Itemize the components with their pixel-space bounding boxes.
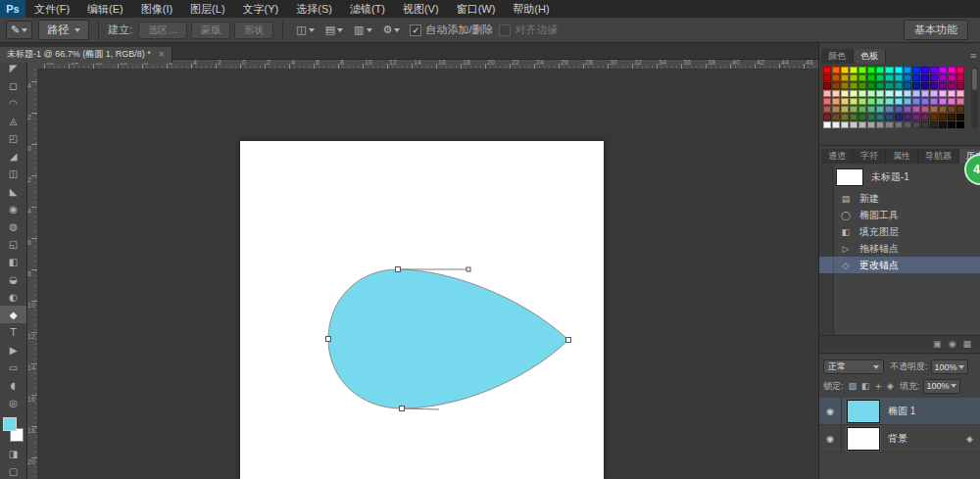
color-swatch[interactable] (939, 98, 947, 105)
color-swatch[interactable] (956, 90, 964, 97)
menu-item[interactable]: 滤镜(T) (341, 0, 394, 18)
color-swatch[interactable] (823, 98, 831, 105)
color-swatch[interactable] (895, 114, 903, 120)
color-swatch[interactable] (939, 121, 947, 128)
blur-tool[interactable]: ◒ (0, 270, 26, 288)
color-swatch[interactable] (885, 121, 893, 128)
color-swatch[interactable] (841, 114, 849, 120)
shape-tool[interactable]: ▭ (0, 359, 26, 376)
color-swatch[interactable] (921, 114, 929, 120)
close-icon[interactable]: × (159, 50, 165, 60)
color-swatch[interactable] (841, 98, 849, 105)
color-swatch[interactable] (948, 106, 956, 113)
hand-tool[interactable]: ◖ (0, 376, 26, 394)
panel-menu-icon[interactable]: ≡ (969, 51, 977, 61)
color-swatch[interactable] (867, 98, 875, 105)
color-swatch[interactable] (885, 82, 893, 89)
color-swatch[interactable] (832, 90, 840, 97)
color-swatch[interactable] (858, 106, 866, 113)
color-swatch[interactable] (912, 106, 920, 113)
color-swatch[interactable] (948, 121, 956, 128)
path-operations-icon[interactable]: ◫ (292, 23, 318, 37)
color-swatch[interactable] (930, 98, 938, 105)
color-swatch[interactable] (930, 121, 938, 128)
lock-position-icon[interactable]: + (875, 381, 883, 391)
color-swatch[interactable] (895, 67, 903, 73)
panel-tab[interactable]: 字符 (854, 149, 886, 164)
color-swatch[interactable] (912, 90, 920, 97)
color-swatch[interactable] (895, 121, 903, 128)
anchor-point-top[interactable] (396, 267, 401, 272)
color-swatch[interactable] (867, 90, 875, 97)
color-swatch[interactable] (956, 67, 964, 73)
panel-tab[interactable]: 通道 (821, 149, 854, 164)
color-swatch[interactable] (876, 90, 884, 97)
color-swatch[interactable] (841, 90, 849, 97)
color-swatch[interactable] (956, 114, 964, 120)
gradient-tool[interactable]: ◧ (0, 253, 26, 270)
history-brush-source-box[interactable] (819, 257, 834, 273)
color-swatch[interactable] (850, 67, 858, 73)
color-swatch[interactable] (939, 90, 947, 97)
new-snapshot-icon[interactable]: ◉ (949, 339, 956, 349)
visibility-eye-icon[interactable]: ◉ (819, 398, 842, 424)
path-selection-tool[interactable]: ▶ (0, 341, 26, 359)
color-swatch[interactable] (885, 90, 893, 97)
quick-mask-button[interactable]: ◨ (0, 445, 26, 462)
color-swatch[interactable] (850, 82, 858, 89)
color-swatch[interactable] (904, 106, 911, 113)
workspace-switcher[interactable]: 基本功能 (904, 20, 968, 40)
path-alignment-icon[interactable]: ▤ (321, 23, 347, 37)
color-swatch[interactable] (885, 106, 893, 113)
color-swatch[interactable] (904, 90, 911, 97)
color-swatch[interactable] (956, 121, 964, 128)
color-swatch[interactable] (904, 82, 911, 89)
history-snapshot-row[interactable]: 未标题-1 (819, 167, 980, 188)
color-swatch[interactable] (956, 98, 964, 105)
color-swatch[interactable] (841, 121, 849, 128)
color-swatch[interactable] (948, 90, 956, 97)
color-swatch[interactable] (930, 90, 938, 97)
color-swatch[interactable] (876, 121, 884, 128)
color-swatch[interactable] (867, 121, 875, 128)
color-swatch[interactable] (939, 74, 947, 81)
fill-input[interactable]: 100% (923, 379, 960, 394)
lasso-tool[interactable]: ◠ (0, 94, 26, 112)
color-swatch[interactable] (858, 114, 866, 120)
bezier-handle-point[interactable] (466, 267, 470, 271)
anchor-point-left[interactable] (326, 337, 331, 342)
color-swatch[interactable] (895, 106, 903, 113)
auto-add-delete-checkbox[interactable]: ✓ 自动添加/删除 (410, 23, 493, 37)
history-step[interactable]: ◯ 椭圆工具 (819, 207, 980, 223)
photoshop-logo[interactable]: Ps (0, 0, 25, 18)
anchor-point-right[interactable] (566, 338, 571, 343)
blend-mode-select[interactable]: 正常 (823, 359, 884, 374)
history-brush-tool[interactable]: ◍ (0, 217, 26, 235)
color-swatch[interactable] (895, 74, 903, 81)
color-swatch[interactable] (841, 67, 849, 73)
eraser-tool[interactable]: ◱ (0, 235, 26, 253)
lock-transparency-icon[interactable]: ▨ (849, 381, 858, 391)
color-swatch[interactable] (948, 82, 956, 89)
color-swatch[interactable] (832, 82, 840, 89)
color-swatch[interactable] (867, 74, 875, 81)
history-brush-source-box[interactable] (819, 207, 834, 223)
settings-gear-icon[interactable]: ⚙ (379, 23, 405, 37)
color-swatch[interactable] (832, 67, 840, 73)
color-swatch[interactable] (885, 74, 893, 81)
make-button[interactable]: 形状 (234, 22, 273, 39)
color-swatch[interactable] (876, 74, 884, 81)
lock-pixels-icon[interactable]: ◧ (861, 381, 870, 391)
color-swatch[interactable] (858, 67, 866, 73)
color-swatch[interactable] (948, 114, 956, 120)
color-swatch[interactable] (939, 82, 947, 89)
color-swatch[interactable] (858, 90, 866, 97)
color-swatch[interactable] (895, 90, 903, 97)
document-tab[interactable]: 未标题-1 @ 66.7% (椭圆 1, RGB/8) * × (0, 47, 172, 63)
menu-item[interactable]: 文字(Y) (234, 0, 288, 18)
menu-item[interactable]: 窗口(W) (448, 0, 505, 18)
color-swatch[interactable] (895, 98, 903, 105)
color-swatch[interactable] (858, 74, 866, 81)
panel-tab[interactable]: 导航器 (918, 149, 959, 164)
color-swatch[interactable] (823, 74, 831, 81)
